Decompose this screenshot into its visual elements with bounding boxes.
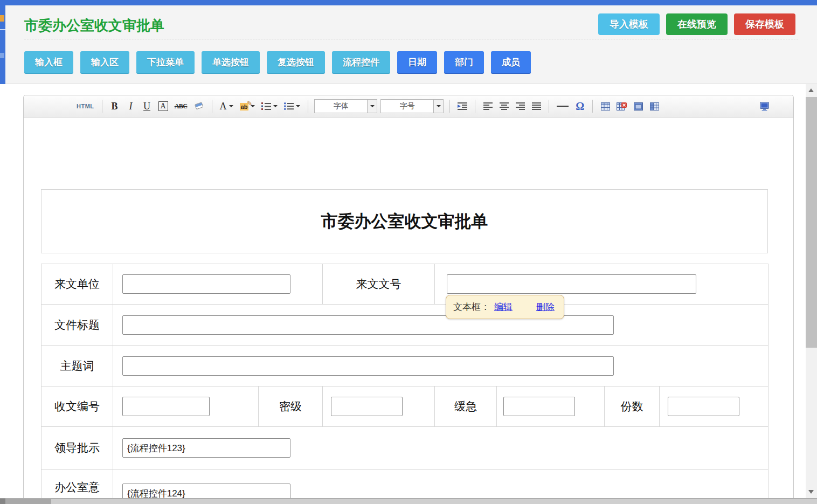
- add-member-button[interactable]: 成员: [491, 51, 531, 74]
- left-edge-strip: [0, 5, 5, 84]
- receipt-number-input[interactable]: [122, 397, 210, 416]
- add-input-box-button[interactable]: 输入框: [24, 51, 73, 74]
- subject-words-input[interactable]: [122, 356, 614, 376]
- table-row: 收文编号 密级 缓急 份数: [41, 386, 768, 427]
- font-style-button[interactable]: A: [157, 99, 170, 114]
- table-row: 文件标题: [41, 305, 768, 346]
- editor-toolbar: HTML B I U A ABC A ab✎: [24, 95, 793, 118]
- add-checkbox-button[interactable]: 复选按钮: [267, 51, 325, 74]
- online-preview-button[interactable]: 在线预览: [666, 13, 728, 35]
- horizontal-rule-button[interactable]: [555, 99, 570, 114]
- dashed-divider: [24, 39, 798, 39]
- chevron-down-icon: [296, 105, 300, 107]
- special-character-button[interactable]: Ω: [573, 99, 586, 114]
- font-family-select[interactable]: 字体: [314, 99, 377, 113]
- rich-text-editor: HTML B I U A ABC A ab✎: [23, 95, 794, 499]
- left-strip-fragment: [0, 15, 4, 22]
- page-title: 市委办公室收文审批单: [24, 16, 164, 35]
- add-textarea-button[interactable]: 输入区: [80, 51, 129, 74]
- field-label-security-level: 密级: [259, 386, 323, 427]
- scroll-up-arrow-icon[interactable]: [808, 88, 814, 92]
- table-row: 主题词: [41, 346, 768, 386]
- add-department-button[interactable]: 部门: [444, 51, 484, 74]
- field-control-toolbar: 输入框 输入区 下拉菜单 单选按钮 复选按钮 流程控件 日期 部门 成员: [24, 51, 531, 74]
- toolbar-separator: [308, 100, 308, 113]
- add-date-button[interactable]: 日期: [397, 51, 437, 74]
- indent-button[interactable]: [456, 99, 469, 114]
- field-label-subject-words: 主题词: [41, 346, 113, 386]
- save-template-button[interactable]: 保存模板: [734, 13, 795, 35]
- toolbar-separator: [212, 100, 212, 113]
- editor-document-area[interactable]: 市委办公室收文审批单 来文单位 来文文号 文件标题 主题词 收文: [24, 118, 793, 499]
- table-row: 办公室意: [41, 470, 768, 499]
- urgency-input[interactable]: [503, 397, 575, 416]
- cell-properties-button[interactable]: [648, 99, 661, 114]
- italic-button[interactable]: I: [124, 99, 137, 114]
- horizontal-scrollbar[interactable]: [0, 498, 817, 504]
- incoming-doc-number-input[interactable]: [447, 274, 696, 294]
- left-strip-fragment: [0, 29, 5, 30]
- html-source-button[interactable]: HTML: [75, 99, 96, 114]
- import-template-button[interactable]: 导入模板: [598, 13, 660, 35]
- insert-table-button[interactable]: [599, 99, 612, 114]
- field-label-copies: 份数: [605, 386, 660, 427]
- field-label-urgency: 缓急: [435, 386, 497, 427]
- textbox-context-tooltip: 文本框： 编辑 删除: [446, 295, 564, 319]
- delete-table-button[interactable]: [615, 99, 628, 114]
- leader-instructions-input[interactable]: [122, 438, 290, 458]
- header-panel: 市委办公室收文审批单 导入模板 在线预览 保存模板 输入框 输入区 下拉菜单 单…: [5, 5, 817, 84]
- highlight-color-button[interactable]: ab✎: [238, 99, 257, 114]
- chevron-down-icon[interactable]: [433, 100, 443, 113]
- left-strip-fragment: [0, 53, 4, 58]
- top-accent-bar: [0, 0, 817, 5]
- chevron-down-icon: [273, 105, 278, 107]
- underline-button[interactable]: U: [141, 99, 154, 114]
- vertical-scrollbar-thumb[interactable]: [806, 97, 817, 348]
- incoming-unit-input[interactable]: [122, 274, 290, 294]
- field-label-leader-instructions: 领导批示: [41, 427, 113, 470]
- toolbar-separator: [102, 100, 102, 113]
- security-level-input[interactable]: [331, 397, 403, 416]
- ordered-list-button[interactable]: [260, 99, 279, 114]
- eraser-icon[interactable]: [192, 99, 206, 114]
- document-title-cell: 市委办公室收文审批单: [41, 189, 768, 253]
- table-row: 来文单位 来文文号: [41, 264, 768, 305]
- approval-form-table: 来文单位 来文文号 文件标题 主题词 收文编号 密级 缓急 份数: [41, 264, 768, 499]
- vertical-scrollbar[interactable]: [806, 84, 817, 498]
- fullscreen-monitor-button[interactable]: [757, 99, 772, 114]
- office-opinion-input[interactable]: [122, 484, 290, 499]
- toolbar-separator: [592, 100, 593, 113]
- field-label-office-opinion: 办公室意: [41, 470, 113, 499]
- font-color-button[interactable]: A: [218, 99, 235, 114]
- bold-button[interactable]: B: [108, 99, 121, 114]
- toolbar-separator: [549, 100, 549, 113]
- align-justify-button[interactable]: [530, 99, 543, 114]
- field-label-receipt-number: 收文编号: [41, 386, 113, 427]
- toolbar-separator: [475, 100, 475, 113]
- align-left-button[interactable]: [481, 99, 494, 114]
- copies-input[interactable]: [668, 397, 739, 416]
- chevron-down-icon[interactable]: [367, 100, 377, 113]
- font-size-select[interactable]: 字号: [380, 99, 444, 113]
- delete-field-link[interactable]: 删除: [536, 301, 555, 313]
- edit-field-link[interactable]: 编辑: [494, 301, 513, 313]
- document-title: 市委办公室收文审批单: [321, 210, 488, 233]
- add-radio-button[interactable]: 单选按钮: [202, 51, 260, 74]
- horizontal-scrollbar-thumb[interactable]: [5, 499, 51, 504]
- align-center-button[interactable]: [497, 99, 510, 114]
- scrollbar-corner: [0, 499, 5, 504]
- pencil-icon: ✎: [247, 100, 252, 107]
- table-properties-button[interactable]: [632, 99, 645, 114]
- unordered-list-button[interactable]: [282, 99, 302, 114]
- field-label-incoming-doc-number: 来文文号: [323, 264, 435, 305]
- chevron-down-icon: [229, 105, 233, 107]
- add-flow-control-button[interactable]: 流程控件: [332, 51, 390, 74]
- add-dropdown-button[interactable]: 下拉菜单: [136, 51, 195, 74]
- strikethrough-button[interactable]: ABC: [173, 99, 189, 114]
- scroll-down-arrow-icon[interactable]: [808, 490, 814, 494]
- field-label-incoming-unit: 来文单位: [41, 264, 113, 305]
- header-action-buttons: 导入模板 在线预览 保存模板: [598, 13, 795, 35]
- field-label-document-title: 文件标题: [41, 305, 113, 346]
- align-right-button[interactable]: [514, 99, 527, 114]
- tooltip-label: 文本框：: [453, 301, 490, 313]
